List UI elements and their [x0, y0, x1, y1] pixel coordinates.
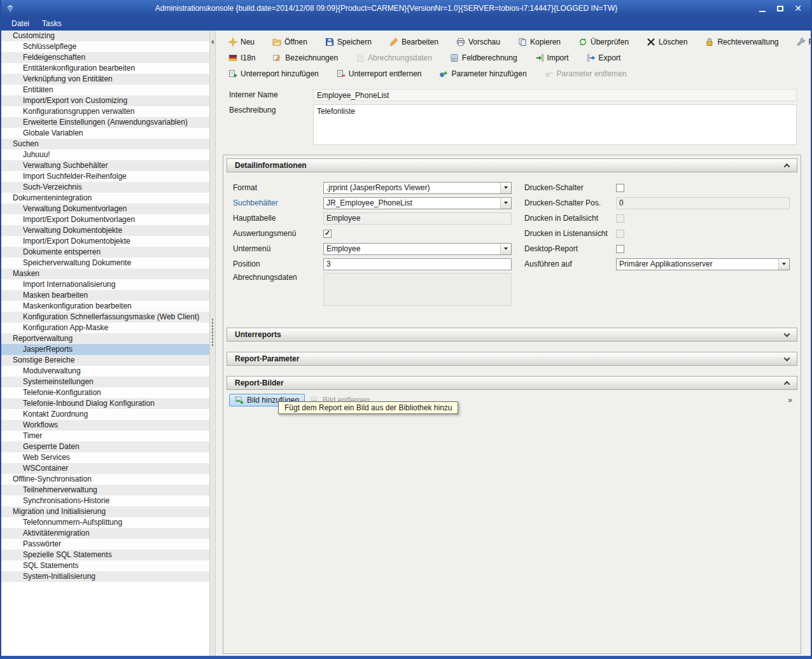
drucken-schalter-pos-field[interactable]: 0	[616, 197, 790, 209]
import-button[interactable]: Import	[531, 52, 573, 64]
sidebar-item[interactable]: System-Initialisierung	[1, 571, 209, 582]
sidebar-item[interactable]: Feldeigenschaften	[1, 52, 209, 63]
lock-icon	[705, 38, 714, 46]
overflow-chevron-icon[interactable]	[785, 396, 795, 405]
bezeichnungen-button[interactable]: Bezeichnungen	[269, 52, 342, 64]
untermenu-select[interactable]: Employee	[323, 243, 512, 255]
sidebar-item[interactable]: Web Services	[1, 452, 209, 463]
ausfuehren-auf-select[interactable]: Primärer Applikationsserver	[616, 258, 790, 270]
close-button[interactable]	[792, 3, 804, 14]
sidebar-header[interactable]: Suchen	[1, 139, 209, 149]
sidebar-item[interactable]: Kontakt Zuordnung	[1, 409, 209, 420]
kopieren-button[interactable]: Kopieren	[514, 36, 564, 48]
desktop-report-checkbox[interactable]	[616, 245, 624, 253]
sidebar-item[interactable]: Systemeinstellungen	[1, 377, 209, 387]
sidebar-header[interactable]: Masken	[1, 268, 209, 279]
unterreport-hinzufuegen-button[interactable]: Unterreport hinzufügen	[225, 67, 323, 80]
ueberpruefen-button[interactable]: Überprüfen	[575, 36, 633, 48]
sidebar-item[interactable]: Verwaltung Dokumentvorlagen	[1, 204, 209, 214]
sidebar-item[interactable]: Import/Export Dokumentvorlagen	[1, 214, 209, 225]
sidebar-item[interactable]: Dokumente entsperren	[1, 247, 209, 258]
minimize-icon	[759, 11, 766, 12]
sidebar-item[interactable]: SQL Statements	[1, 560, 209, 571]
sidebar-item[interactable]: Juhuuu!	[1, 149, 209, 160]
sidebar-item[interactable]: Such-Verzeichnis	[1, 182, 209, 193]
reparieren-button[interactable]: Reparieren	[793, 36, 811, 48]
section-header-report-parameter[interactable]: Report-Parameter	[227, 352, 797, 366]
format-select[interactable]: .jrprint (JasperReports Viewer)	[323, 182, 512, 194]
sidebar-header[interactable]: Reportverwaltung	[1, 333, 209, 344]
sidebar-item[interactable]: Globale Variablen	[1, 128, 209, 139]
sidebar-header[interactable]: Customizing	[1, 31, 209, 41]
loeschen-button[interactable]: Löschen	[643, 36, 691, 48]
sidebar-header[interactable]: Dokumentenintegration	[1, 193, 209, 204]
unterreport-entfernen-button[interactable]: Unterreport entfernen	[333, 67, 426, 80]
speichern-button[interactable]: Speichern	[321, 36, 375, 48]
subreport-remove-icon	[337, 69, 346, 78]
chevron-up-icon	[784, 380, 790, 387]
sidebar-header[interactable]: Migration und Initialisierung	[1, 506, 209, 517]
sidebar-item[interactable]: Import Suchfelder-Reihenfolge	[1, 171, 209, 182]
sidebar-item[interactable]: WSContainer	[1, 463, 209, 474]
sidebar-item[interactable]: Verwaltung Suchbehälter	[1, 160, 209, 171]
rechteverwaltung-button[interactable]: Rechteverwaltung	[701, 36, 782, 48]
oeffnen-button[interactable]: Öffnen	[269, 36, 311, 48]
sidebar-item[interactable]: Schlüsselpflege	[1, 41, 209, 52]
sidebar-item[interactable]: Passwörter	[1, 539, 209, 550]
auswertungsmenu-checkbox[interactable]	[323, 230, 332, 238]
sidebar-item[interactable]: Konfiguration Schnellerfassungsmaske (We…	[1, 312, 209, 323]
sidebar-item[interactable]: Spezielle SQL Statements	[1, 550, 209, 560]
minimize-button[interactable]	[756, 3, 769, 14]
window-title: Administrationskonsole {build.date=2014/…	[17, 4, 756, 13]
drucken-schalter-checkbox[interactable]	[616, 184, 624, 192]
suchbehaelter-select[interactable]: JR_Employee_PhoneList	[323, 197, 512, 209]
menu-datei[interactable]: Datei	[5, 18, 36, 29]
sidebar-item[interactable]: Verwaltung Dokumentobjekte	[1, 225, 209, 236]
sidebar-item[interactable]: Entitätenkonfiguration bearbeiten	[1, 63, 209, 74]
sidebar-item[interactable]: Import/Export Dokumentobjekte	[1, 236, 209, 247]
sidebar-item[interactable]: Synchronisations-Historie	[1, 496, 209, 506]
sidebar-item[interactable]: Aktivitätenmigration	[1, 528, 209, 539]
sidebar-item[interactable]: Erweiterte Einstellungen (Anwendungsvari…	[1, 117, 209, 128]
interner-name-field[interactable]: Employee_PhoneList	[313, 89, 797, 101]
sidebar-item[interactable]: JasperReports	[1, 344, 209, 355]
beschreibung-textarea[interactable]: Telefonliste	[313, 104, 797, 145]
sidebar-item[interactable]: Entitäten	[1, 85, 209, 95]
maximize-button[interactable]	[774, 3, 787, 14]
open-folder-icon	[272, 38, 281, 46]
suchbehaelter-label[interactable]: Suchbehälter	[233, 198, 323, 207]
sidebar-item[interactable]: Telefonie-Inbound Dialog Konfiguration	[1, 398, 209, 409]
sidebar-item[interactable]: Konfigurationsgruppen verwalten	[1, 106, 209, 117]
sidebar-item[interactable]: Teilnehmerverwaltung	[1, 485, 209, 496]
splitter-handle[interactable]	[209, 31, 216, 656]
drucken-detailsicht-label: Drucken in Detailsicht	[524, 214, 616, 223]
sidebar-item[interactable]: Masken bearbeiten	[1, 290, 209, 301]
sidebar-item[interactable]: Maskenkonfiguration bearbeiten	[1, 301, 209, 312]
sidebar-item[interactable]: Gesperrte Daten	[1, 441, 209, 452]
bearbeiten-button[interactable]: Bearbeiten	[386, 36, 442, 48]
sidebar-item[interactable]: Import/Export von Customizing	[1, 95, 209, 106]
feldberechnung-button[interactable]: Feldberechnung	[446, 52, 521, 64]
export-button[interactable]: Export	[583, 52, 625, 64]
sidebar-header[interactable]: Offline-Synchronisation	[1, 474, 209, 485]
section-header-report-bilder[interactable]: Report-Bilder	[227, 376, 797, 390]
sidebar-item[interactable]: Verknüpfung von Entitäten	[1, 74, 209, 85]
section-header-unterreports[interactable]: Unterreports	[227, 328, 797, 342]
sidebar-item[interactable]: Telefonnummern-Aufsplittung	[1, 517, 209, 528]
vorschau-button[interactable]: Vorschau	[452, 36, 504, 48]
sidebar-item[interactable]: Timer	[1, 431, 209, 441]
menu-tasks[interactable]: Tasks	[36, 18, 68, 29]
i18n-button[interactable]: I18n	[225, 52, 259, 64]
sidebar-item[interactable]: Speicherverwaltung Dokumente	[1, 258, 209, 268]
sidebar-item[interactable]: Telefonie-Konfiguration	[1, 387, 209, 398]
position-field[interactable]: 3	[323, 258, 512, 270]
sidebar-header[interactable]: Sonstige Bereiche	[1, 355, 209, 366]
sidebar-item[interactable]: Workflows	[1, 420, 209, 431]
abrechnungsdaten-label: Abrechnungsdaten	[233, 273, 323, 282]
neu-button[interactable]: Neu	[225, 36, 258, 48]
sidebar-item[interactable]: Konfiguration App-Maske	[1, 323, 209, 333]
parameter-hinzufuegen-button[interactable]: Parameter hinzufügen	[435, 67, 530, 80]
sidebar-item[interactable]: Import Internationalisierung	[1, 279, 209, 290]
sidebar-item[interactable]: Modulverwaltung	[1, 366, 209, 377]
section-header-detailinformationen[interactable]: Detailinformationen	[227, 158, 797, 172]
